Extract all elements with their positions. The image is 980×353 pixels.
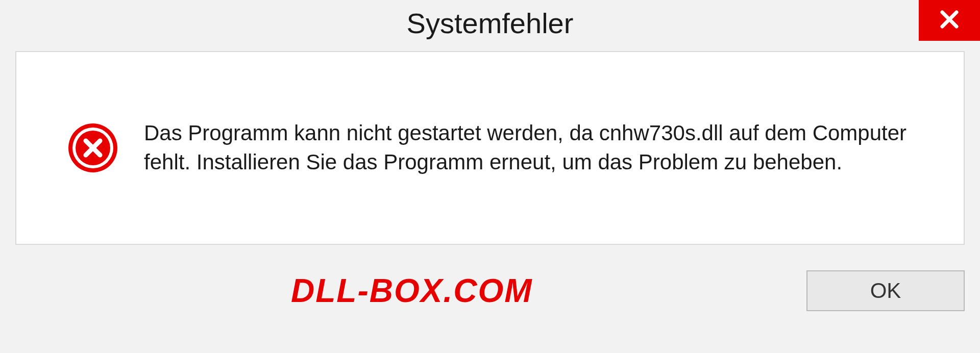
ok-button[interactable]: OK	[806, 270, 965, 311]
close-icon	[937, 7, 962, 34]
error-icon	[67, 122, 118, 173]
titlebar: Systemfehler	[0, 0, 980, 46]
close-button[interactable]	[919, 0, 980, 41]
footer: DLL-BOX.COM OK	[0, 245, 980, 337]
content-panel: Das Programm kann nicht gestartet werden…	[15, 51, 965, 245]
error-dialog: Systemfehler Das Programm kann nicht ges…	[0, 0, 980, 353]
dialog-title: Systemfehler	[407, 7, 574, 40]
error-message: Das Programm kann nicht gestartet werden…	[144, 119, 923, 176]
watermark-text: DLL-BOX.COM	[291, 272, 533, 310]
